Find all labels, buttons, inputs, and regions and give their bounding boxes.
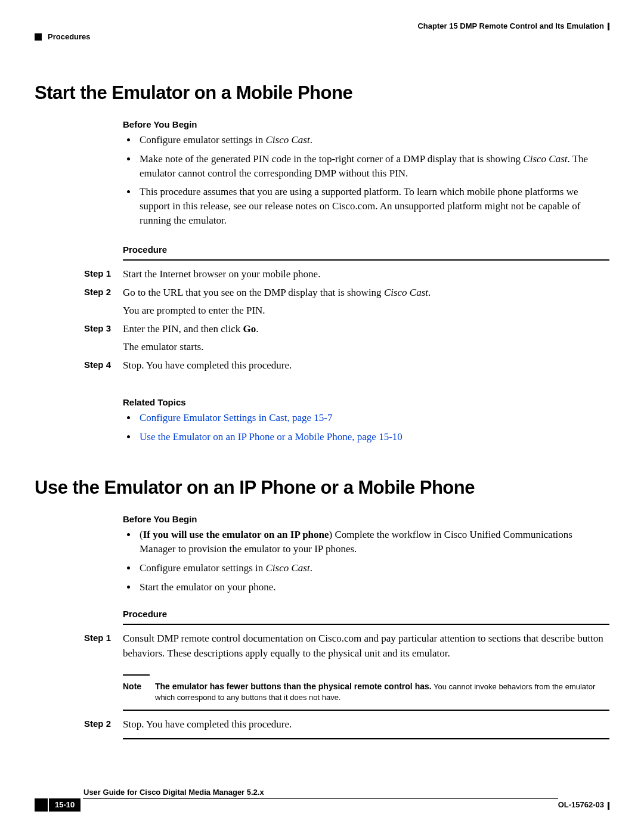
footer-bar: 15-10 OL-15762-03 bbox=[35, 798, 609, 812]
step-label: Step 4 bbox=[84, 358, 123, 373]
section2-before: Before You Begin (If you will use the em… bbox=[123, 514, 609, 618]
bold-text: The emulator has fewer buttons than the … bbox=[155, 682, 432, 691]
step-label: Step 2 bbox=[84, 717, 123, 732]
breadcrumb: Procedures bbox=[35, 32, 91, 41]
section2-steps: Step 1 Consult DMP remote control docume… bbox=[84, 631, 609, 661]
horizontal-rule bbox=[123, 259, 609, 261]
related-link[interactable]: Use the Emulator on an IP Phone or a Mob… bbox=[140, 431, 402, 442]
italic-text: Cisco Cast bbox=[523, 153, 567, 165]
text: . bbox=[256, 323, 258, 335]
step-row: Step 2 Stop. You have completed this pro… bbox=[84, 717, 609, 732]
footer-rule-icon bbox=[608, 802, 609, 810]
horizontal-rule bbox=[123, 624, 609, 625]
step-text: Stop. You have completed this procedure. bbox=[123, 358, 609, 373]
page-footer: User Guide for Cisco Digital Media Manag… bbox=[35, 788, 609, 812]
section1-title: Start the Emulator on a Mobile Phone bbox=[35, 82, 609, 104]
doc-number: OL-15762-03 bbox=[558, 800, 609, 809]
text: The emulator starts. bbox=[123, 339, 609, 355]
content: Start the Emulator on a Mobile Phone Bef… bbox=[35, 82, 609, 739]
note-block: Note The emulator has fewer buttons than… bbox=[123, 674, 609, 704]
step-row: Step 1 Consult DMP remote control docume… bbox=[84, 631, 609, 661]
step-text: Stop. You have completed this procedure. bbox=[123, 717, 609, 732]
header-rule-icon bbox=[608, 23, 609, 30]
italic-text: Cisco Cast bbox=[266, 562, 310, 574]
step-row: Step 1 Start the Internet browser on you… bbox=[84, 267, 609, 282]
step-row: Step 4 Stop. You have completed this pro… bbox=[84, 358, 609, 373]
square-icon bbox=[35, 33, 42, 41]
bullet-item: Start the emulator on your phone. bbox=[137, 580, 609, 594]
bullet-item: Configure emulator settings in Cisco Cas… bbox=[137, 133, 609, 147]
chapter-text: Chapter 15 DMP Remote Control and Its Em… bbox=[417, 21, 604, 30]
note-top-rule bbox=[123, 674, 150, 676]
related-link[interactable]: Configure Emulator Settings in Cast, pag… bbox=[140, 412, 332, 423]
text: Configure emulator settings in bbox=[140, 134, 266, 145]
list-item: Configure Emulator Settings in Cast, pag… bbox=[137, 411, 609, 425]
page-header: Chapter 15 DMP Remote Control and Its Em… bbox=[35, 21, 609, 39]
bullet-item: Configure emulator settings in Cisco Cas… bbox=[137, 561, 609, 575]
step-text: Enter the PIN, and then click Go. The em… bbox=[123, 321, 609, 354]
bullet-item: Make note of the generated PIN code in t… bbox=[137, 152, 609, 181]
section2-title: Use the Emulator on an IP Phone or a Mob… bbox=[35, 477, 609, 498]
text: Configure emulator settings in bbox=[140, 562, 266, 574]
step-label: Step 3 bbox=[84, 321, 123, 354]
bold-text: Go bbox=[243, 323, 256, 335]
footer-line bbox=[83, 798, 558, 812]
page-number: 15-10 bbox=[49, 798, 80, 812]
section1-steps: Step 1 Start the Internet browser on you… bbox=[84, 267, 609, 373]
before-you-begin-label: Before You Begin bbox=[123, 514, 609, 524]
text: OL-15762-03 bbox=[558, 800, 604, 809]
chapter-label: Chapter 15 DMP Remote Control and Its Em… bbox=[35, 21, 609, 30]
page: Chapter 15 DMP Remote Control and Its Em… bbox=[0, 0, 644, 833]
text: Make note of the generated PIN code in t… bbox=[140, 153, 523, 165]
horizontal-rule bbox=[123, 710, 609, 711]
section2-steps-cont: Step 2 Stop. You have completed this pro… bbox=[84, 717, 609, 732]
related-topics: Related Topics Configure Emulator Settin… bbox=[123, 397, 609, 444]
horizontal-rule bbox=[123, 738, 609, 739]
before-you-begin-label: Before You Begin bbox=[123, 119, 609, 129]
italic-text: Cisco Cast bbox=[266, 134, 310, 145]
related-links: Configure Emulator Settings in Cast, pag… bbox=[123, 411, 609, 444]
bold-text: If you will use the emulator on an IP ph… bbox=[143, 529, 329, 540]
line-icon bbox=[83, 798, 558, 799]
before-bullets: Configure emulator settings in Cisco Cas… bbox=[123, 133, 609, 228]
bullet-item: This procedure assumes that you are usin… bbox=[137, 185, 609, 227]
list-item: Use the Emulator on an IP Phone or a Mob… bbox=[137, 430, 609, 444]
step-label: Step 1 bbox=[84, 631, 123, 661]
step-label: Step 1 bbox=[84, 267, 123, 282]
text: Enter the PIN, and then click bbox=[123, 323, 243, 335]
step-label: Step 2 bbox=[84, 285, 123, 318]
step-text: Start the Internet browser on your mobil… bbox=[123, 267, 609, 282]
section1-before: Before You Begin Configure emulator sett… bbox=[123, 119, 609, 255]
text: You are prompted to enter the PIN. bbox=[123, 303, 609, 318]
bullet-item: (If you will use the emulator on an IP p… bbox=[137, 528, 609, 556]
step-text: Consult DMP remote control documentation… bbox=[123, 631, 609, 661]
procedure-label: Procedure bbox=[123, 609, 609, 619]
note-label: Note bbox=[123, 680, 155, 704]
before-bullets: (If you will use the emulator on an IP p… bbox=[123, 528, 609, 594]
text: . bbox=[428, 287, 431, 298]
step-text: Go to the URL that you see on the DMP di… bbox=[123, 285, 609, 318]
related-topics-label: Related Topics bbox=[123, 397, 609, 407]
breadcrumb-text: Procedures bbox=[48, 32, 91, 41]
procedure-label: Procedure bbox=[123, 244, 609, 255]
italic-text: Cisco Cast bbox=[384, 287, 428, 298]
text: Go to the URL that you see on the DMP di… bbox=[123, 287, 384, 298]
step-row: Step 3 Enter the PIN, and then click Go.… bbox=[84, 321, 609, 354]
text: . bbox=[310, 134, 312, 145]
note-text: The emulator has fewer buttons than the … bbox=[155, 680, 609, 704]
note-row: Note The emulator has fewer buttons than… bbox=[123, 680, 609, 704]
square-icon bbox=[35, 798, 48, 812]
footer-book-title: User Guide for Cisco Digital Media Manag… bbox=[83, 788, 609, 797]
step-row: Step 2 Go to the URL that you see on the… bbox=[84, 285, 609, 318]
text: . bbox=[310, 562, 312, 574]
section2: Use the Emulator on an IP Phone or a Mob… bbox=[35, 477, 609, 739]
